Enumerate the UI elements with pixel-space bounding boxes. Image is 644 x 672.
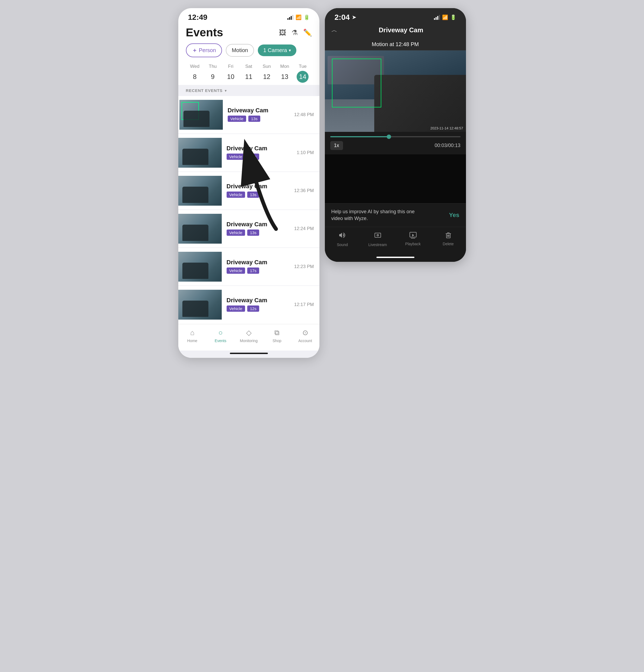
event-cam-name-5: Driveway Cam <box>227 259 289 266</box>
progress-bar[interactable] <box>330 136 461 137</box>
nav-account[interactable]: ⊙ Account <box>291 328 319 343</box>
cal-day-sun[interactable]: Sun 12 <box>261 64 273 83</box>
cal-day-name-wed: Wed <box>190 64 200 69</box>
nav-monitoring[interactable]: ◇ Monitoring <box>235 328 263 343</box>
status-bar-right: 2:04 ➤ 📶 🔋 <box>325 8 466 24</box>
video-timestamp: 2023-11-14 12:48:57 <box>430 126 463 130</box>
event-time-5: 12:23 PM <box>294 264 314 269</box>
event-thumb-2 <box>178 138 222 168</box>
camera-filter-label: 1 Camera <box>263 47 287 53</box>
filter-bar: ＋ Person Motion 1 Camera ▾ <box>178 44 319 63</box>
event-thumb-1 <box>179 100 223 130</box>
event-item-3[interactable]: Driveway Cam Vehicle 13s 12:36 PM <box>178 172 319 209</box>
delete-icon <box>444 231 452 240</box>
tag-vehicle-4: Vehicle <box>227 229 245 236</box>
event-cam-name-3: Driveway Cam <box>227 183 289 190</box>
nav-livestream[interactable]: Livestream <box>360 231 395 247</box>
video-player[interactable]: 2023-11-14 12:48:57 <box>325 50 466 132</box>
event-time-6: 12:17 PM <box>294 302 314 308</box>
ai-banner: Help us improve AI by sharing this one v… <box>325 203 466 227</box>
nav-events[interactable]: ○ Events <box>206 328 235 343</box>
calendar-row: Wed 8 Thu 9 Fri 10 Sat 11 Sun 12 Mon 13 <box>178 63 319 85</box>
tag-duration-4: 13s <box>247 229 259 236</box>
event-info-1: Driveway Cam Vehicle 13s <box>228 107 289 123</box>
playback-icon <box>409 231 417 240</box>
motion-filter-button[interactable]: Motion <box>226 44 254 57</box>
nav-delete[interactable]: Delete <box>431 231 466 247</box>
header-icons: 🖼 ⚗ ✏️ <box>279 28 312 37</box>
event-item-4[interactable]: Driveway Cam Vehicle 13s 12:24 PM <box>178 210 319 248</box>
nav-shop[interactable]: ⧉ Shop <box>263 328 291 343</box>
cal-day-fri[interactable]: Fri 10 <box>225 64 237 83</box>
event-right-2: 1:10 PM <box>289 150 314 155</box>
motion-banner: Motion at 12:48 PM <box>325 38 466 50</box>
right-phone: 2:04 ➤ 📶 🔋 ︿ Driveway Cam Motion at 12:4… <box>325 8 466 262</box>
tag-vehicle-5: Vehicle <box>227 267 245 274</box>
speed-button[interactable]: 1x <box>330 141 343 150</box>
detection-box <box>332 59 381 107</box>
video-loading-area <box>325 154 466 203</box>
recent-events-chevron: ▾ <box>225 88 227 93</box>
cal-day-name-sun: Sun <box>263 64 271 69</box>
status-icons-left: 📶 🔋 <box>287 14 310 20</box>
ai-yes-button[interactable]: Yes <box>449 212 460 219</box>
cal-day-mon[interactable]: Mon 13 <box>279 64 291 83</box>
nav-home[interactable]: ⌂ Home <box>178 328 206 343</box>
person-filter-label: Person <box>199 47 216 53</box>
tag-duration-6: 12s <box>247 305 259 312</box>
ai-banner-text: Help us improve AI by sharing this one v… <box>331 208 427 222</box>
cal-day-wed[interactable]: Wed 8 <box>189 64 201 83</box>
cal-day-num-sat: 11 <box>243 71 254 83</box>
event-cam-name-6: Driveway Cam <box>227 297 289 304</box>
event-tags-6: Vehicle 12s <box>227 305 289 312</box>
nav-sound[interactable]: Sound <box>325 231 360 247</box>
event-thumb-6 <box>178 290 222 320</box>
camera-filter-button[interactable]: 1 Camera ▾ <box>258 45 296 56</box>
cal-day-tue[interactable]: Tue 14 <box>297 64 309 83</box>
nav-playback[interactable]: Playback <box>395 231 431 247</box>
cal-day-num-mon: 13 <box>279 71 291 83</box>
main-car <box>374 75 466 132</box>
cal-day-name-thu: Thu <box>209 64 217 69</box>
event-right-5: 12:23 PM <box>289 264 314 269</box>
event-info-6: Driveway Cam Vehicle 12s <box>227 297 289 313</box>
gallery-icon[interactable]: 🖼 <box>279 28 286 37</box>
event-item-6[interactable]: Driveway Cam Vehicle 12s 12:17 PM <box>178 286 319 323</box>
nav-account-label: Account <box>298 339 312 343</box>
event-time-3: 12:36 PM <box>294 188 314 193</box>
nav-shop-label: Shop <box>273 339 282 343</box>
edit-icon[interactable]: ✏️ <box>303 28 312 37</box>
event-item-2[interactable]: Driveway Cam Vehicle 12s 1:10 PM <box>178 134 319 171</box>
app-container: 12:49 📶 🔋 Events 🖼 ⚗ ✏️ <box>178 8 466 358</box>
event-item-1[interactable]: Driveway Cam Vehicle 13s 12:48 PM <box>178 96 319 133</box>
back-button[interactable]: ︿ <box>331 26 337 34</box>
wifi-icon-left: 📶 <box>296 14 301 20</box>
progress-thumb[interactable] <box>387 134 391 139</box>
recent-events-header: RECENT EVENTS ▾ <box>178 85 319 96</box>
bottom-nav-left: ⌂ Home ○ Events ◇ Monitoring ⧉ Shop ⊙ Ac… <box>178 324 319 350</box>
event-right-1: 12:48 PM <box>289 112 314 118</box>
cal-day-name-fri: Fri <box>228 64 234 69</box>
event-cam-name-4: Driveway Cam <box>227 221 289 228</box>
time-left: 12:49 <box>188 13 207 22</box>
event-time-1: 12:48 PM <box>294 112 314 118</box>
cal-day-sat[interactable]: Sat 11 <box>243 64 254 83</box>
wifi-icon-right: 📶 <box>442 14 448 20</box>
cal-day-thu[interactable]: Thu 9 <box>207 64 219 83</box>
shop-icon: ⧉ <box>274 328 279 337</box>
filter-icon[interactable]: ⚗ <box>291 28 298 37</box>
playback-info: 1x 00:03/00:13 <box>330 141 461 150</box>
cal-day-num-tue: 14 <box>297 71 309 83</box>
account-icon: ⊙ <box>302 328 308 337</box>
tag-vehicle-1: Vehicle <box>228 116 246 122</box>
tag-vehicle-6: Vehicle <box>227 305 245 312</box>
chevron-down-icon: ▾ <box>289 48 291 53</box>
event-thumb-4 <box>178 214 222 244</box>
motion-filter-label: Motion <box>232 47 248 53</box>
cam-title: Driveway Cam <box>343 26 460 34</box>
event-item-5[interactable]: Driveway Cam Vehicle 17s 12:23 PM <box>178 248 319 285</box>
home-icon: ⌂ <box>190 328 194 337</box>
event-cam-name-1: Driveway Cam <box>228 107 289 114</box>
person-filter-button[interactable]: ＋ Person <box>186 44 222 57</box>
svg-rect-5 <box>411 238 415 239</box>
